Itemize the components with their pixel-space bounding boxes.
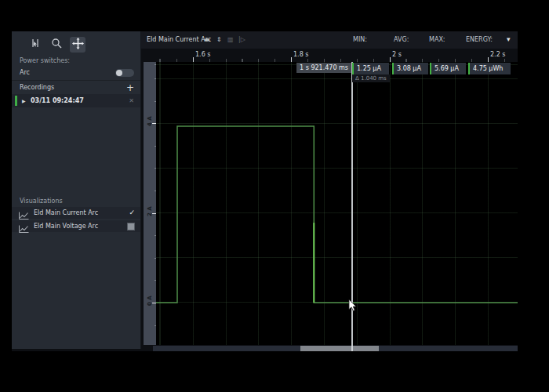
y-axis[interactable]: 4 A2 A0 A [144, 62, 156, 345]
recordings-header: Recordings + [12, 82, 140, 93]
chart-title-dropdown[interactable]: Eld Main Current Arc [147, 36, 211, 43]
fit-vertical-icon[interactable]: ⇕ [216, 36, 222, 43]
cursor-time-tooltip: 1 s 921.470 ms [296, 63, 351, 73]
cursor-delta-tooltip: Δ 1.040 ms [352, 74, 390, 82]
visualizations-label: Visualizations [20, 198, 63, 205]
power-switch-name: Arc [20, 69, 30, 76]
horizontal-scrollbar[interactable] [153, 346, 518, 351]
plot-area[interactable] [156, 62, 518, 345]
scrollbar-handle[interactable] [300, 346, 379, 351]
y-tick-label: 4 A [145, 113, 154, 130]
chart-header: Eld Main Current Arc ◂▸ ⇕ ▥ |▷ MIN: AVG:… [141, 31, 518, 49]
pan-move-icon [72, 38, 84, 53]
y-tick [152, 213, 156, 214]
recording-item[interactable]: ▶ 03/11 09:24:47 ✕ [12, 94, 140, 107]
max-value: 5.69 µA [430, 63, 466, 74]
viz-item-current[interactable]: Eld Main Current Arc ✓ [12, 207, 140, 219]
viz-item-label: Eld Main Current Arc [34, 209, 98, 216]
chart-icon [18, 222, 29, 237]
checkbox-unchecked[interactable] [127, 223, 135, 230]
zoom-tool-button[interactable] [49, 37, 64, 53]
search-icon [51, 38, 63, 53]
select-tool-button[interactable] [27, 37, 43, 53]
step-play-icon[interactable]: |▷ [238, 36, 245, 43]
app-window: Power switches: Arc Recordings + ▶ 03/11… [12, 31, 518, 351]
energy-stat-label: ENERGY: [466, 36, 493, 43]
mouse-cursor-icon [348, 299, 358, 315]
y-tick-label: 0 A [145, 292, 154, 310]
power-switch-row-arc: Arc [12, 67, 140, 78]
pan-tool-button[interactable] [70, 37, 85, 53]
recording-active-marker [15, 96, 17, 106]
add-recording-button[interactable]: + [126, 82, 134, 93]
y-tick-label: 2 A [145, 203, 154, 220]
min-stat-label: MIN: [353, 36, 367, 43]
power-switches-label: Power switches: [20, 57, 70, 64]
checkmark-icon[interactable]: ✓ [129, 209, 135, 216]
chevron-down-icon[interactable]: ▾ [507, 35, 511, 43]
avg-value: 3.08 µA [392, 63, 428, 74]
toggle-knob [116, 70, 122, 76]
x-tick-label: 2 s [392, 51, 402, 58]
recording-timestamp: 03/11 09:24:47 [31, 97, 84, 104]
max-stat-label: MAX: [429, 36, 445, 43]
sidebar-divider [12, 80, 140, 81]
fit-horizontal-icon[interactable]: ◂▸ [204, 36, 210, 43]
avg-stat-label: AVG: [394, 36, 409, 43]
min-value: 1.25 µA [352, 63, 389, 74]
waveform [156, 126, 518, 303]
sidebar-toolbar [27, 37, 85, 53]
x-tick-label: 2.2 s [490, 51, 505, 58]
split-columns-icon[interactable]: ▥ [227, 36, 234, 43]
x-tick-label: 1.8 s [293, 51, 308, 58]
sidebar: Power switches: Arc Recordings + ▶ 03/11… [12, 31, 141, 349]
waveform-svg [156, 62, 518, 345]
viz-item-label: Eld Main Voltage Arc [34, 223, 98, 230]
select-tool-icon [29, 37, 42, 53]
x-tick-label: 1.6 s [195, 51, 210, 58]
recordings-label: Recordings [20, 84, 54, 91]
y-tick [152, 123, 156, 124]
arc-power-toggle[interactable] [115, 69, 134, 77]
time-axis[interactable]: 1.6 s1.8 s2 s2.2 s [141, 49, 518, 62]
energy-value: 4.75 µWh [468, 63, 511, 74]
y-tick [152, 303, 156, 303]
play-icon[interactable]: ▶ [22, 98, 26, 103]
viz-item-voltage[interactable]: Eld Main Voltage Arc [12, 220, 140, 232]
close-recording-icon[interactable]: ✕ [129, 97, 134, 104]
